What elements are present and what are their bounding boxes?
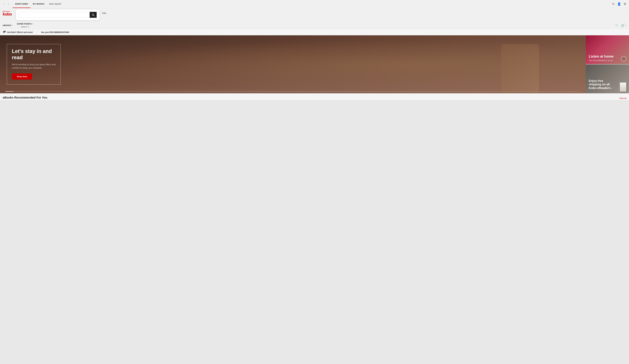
hero-title: Let's stay in and read [12, 48, 56, 61]
secondary-navigation: eBOOKS ▾ SUPER POINTS ▾ Balance: 0 ♡ 🛒 ▾ [0, 22, 629, 29]
balance-label: Balance: 0 [21, 26, 29, 28]
search-input[interactable] [19, 12, 90, 18]
audiobook-panel-subtitle: Your first audiobook is on us › [589, 59, 614, 62]
top-navigation: ‹ › SHOP KOBO MY BOOKS More Myself ↻ 👤 ⚙ [0, 0, 629, 8]
hero-panel-shipping[interactable]: Enjoy free shipping on all Kobo eReaders… [586, 64, 629, 93]
settings-button[interactable]: ⚙ [624, 2, 626, 6]
ebooks-menu[interactable]: eBOOKS ▾ [3, 24, 13, 26]
refresh-button[interactable]: ↻ [612, 2, 615, 6]
view-all-link[interactable]: View all [620, 97, 626, 99]
ebooks-chevron-icon: ▾ [12, 24, 13, 26]
recommendations-link[interactable]: See your RECOMMENDATIONS [41, 31, 69, 33]
audiobook-panel-title: Listen at home [589, 54, 614, 59]
hero-right-panels: 🎧 Listen at home Your first audiobook is… [586, 35, 629, 93]
browser-navigation: ‹ › [3, 2, 10, 6]
recommendations-title: eBooks Recommended For You [3, 96, 47, 99]
hero-content: Let's stay in and read We're working to … [0, 39, 67, 90]
search-button[interactable] [90, 12, 97, 18]
ereader-device [620, 82, 627, 92]
cart-icon: 🛒 [621, 23, 625, 27]
cart-button[interactable]: 🛒 ▾ [621, 23, 626, 27]
flag-icon: 🏴 [3, 31, 6, 34]
shipping-panel-content: Enjoy free shipping on all Kobo eReaders… [589, 79, 616, 91]
shipping-panel-title: Enjoy free shipping on all Kobo eReaders… [589, 79, 616, 90]
hero-border-box: Let's stay in and read We're working to … [7, 44, 61, 85]
daily-deals-link[interactable]: 🏴 Get DAILY DEALS and more! [3, 31, 33, 34]
search-box-container [16, 9, 100, 20]
logo: Rakuten kobo [3, 10, 12, 16]
daily-deals-text: Get DAILY DEALS and more! [7, 31, 33, 33]
cart-chevron-icon: ▾ [626, 24, 626, 26]
wishlist-button[interactable]: ♡ [615, 23, 618, 27]
super-points-label: SUPER POINTS [17, 23, 32, 25]
ebooks-label: eBOOKS [3, 24, 11, 26]
shop-now-button[interactable]: Shop Now [12, 74, 32, 80]
svg-point-0 [92, 14, 94, 15]
logo-kobo: kobo [3, 12, 12, 16]
back-button[interactable]: ‹ [3, 2, 6, 6]
notif-divider [37, 31, 37, 34]
headphone-icon: 🎧 [622, 57, 625, 60]
secondary-nav-right: ♡ 🛒 ▾ [615, 23, 626, 27]
recommendations-bar: eBooks Recommended For You View all [0, 93, 629, 100]
notification-bar: 🏴 Get DAILY DEALS and more! See your REC… [0, 29, 629, 35]
shipping-arrow-icon: › [612, 87, 612, 90]
audiobook-panel-content: Listen at home Your first audiobook is o… [589, 54, 614, 62]
user-account-button[interactable]: 👤 [617, 2, 621, 6]
super-points-chevron-icon: ▾ [32, 23, 33, 25]
hero-main-banner: Let's stay in and read We're working to … [0, 35, 586, 93]
hero-panel-audiobook[interactable]: 🎧 Listen at home Your first audiobook is… [586, 35, 629, 64]
hero-section: Let's stay in and read We're working to … [0, 35, 629, 93]
super-points-menu[interactable]: SUPER POINTS ▾ Balance: 0 [17, 23, 33, 28]
help-link[interactable]: Help [102, 11, 106, 15]
audiobook-arrow-icon: › [613, 59, 614, 62]
main-nav-tabs: SHOP KOBO MY BOOKS More Myself [12, 0, 63, 8]
tab-my-books[interactable]: MY BOOKS [30, 0, 47, 8]
hero-subtitle: We're working to bring you great offers … [12, 63, 56, 70]
tab-shop-kobo[interactable]: SHOP KOBO [12, 0, 30, 8]
svg-line-1 [94, 15, 94, 16]
tab-more-myself[interactable]: More Myself [47, 0, 63, 8]
hero-scroll-thumb [5, 91, 13, 92]
nav-right-icons: ↻ 👤 ⚙ [612, 2, 626, 6]
header-area: Rakuten kobo Help [0, 8, 629, 22]
forward-button[interactable]: › [7, 2, 10, 6]
secondary-nav-left: eBOOKS ▾ SUPER POINTS ▾ Balance: 0 [3, 23, 33, 28]
